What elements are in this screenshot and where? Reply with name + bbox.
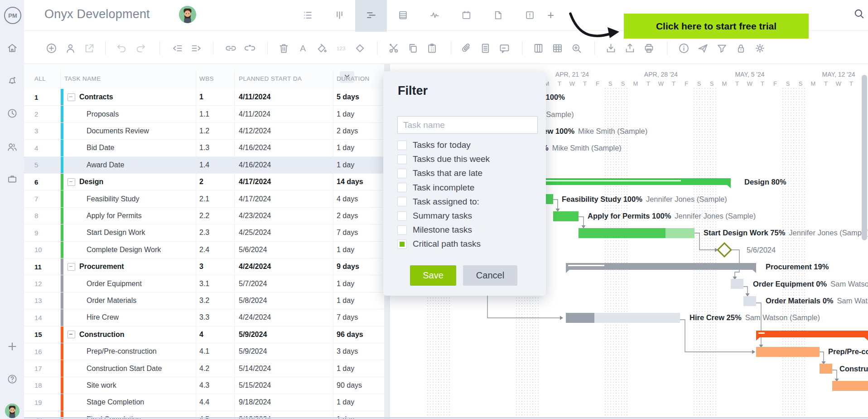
col-header-duration[interactable]: DURATION <box>337 75 370 82</box>
task-name-filter-input[interactable] <box>397 116 538 134</box>
table-row[interactable]: 3Documents Review1.24/12/20242 days <box>24 123 384 140</box>
table-row[interactable]: 11Procurement34/24/20249 days <box>24 258 384 275</box>
planned-start-cell[interactable]: 5/15/2024 <box>234 377 333 394</box>
planned-start-cell[interactable]: 5/14/2024 <box>234 360 333 376</box>
task-bar[interactable] <box>731 279 743 289</box>
info-icon[interactable] <box>678 42 690 54</box>
wbs-cell[interactable]: 1.3 <box>196 140 234 156</box>
wbs-cell[interactable]: 1.1 <box>196 106 234 122</box>
table-row[interactable]: 8Apply for Permits2.24/23/20242 days <box>24 208 384 224</box>
wbs-cell[interactable]: 1.4 <box>196 157 234 173</box>
add-view-button[interactable]: + <box>547 8 554 22</box>
task-name-cell[interactable]: Prep/Pre-construction <box>60 343 196 360</box>
table-row[interactable]: 19Stage Completion4.49/18/20241 day <box>24 394 384 411</box>
wbs-cell[interactable]: 2.2 <box>196 208 234 224</box>
fill-color-icon[interactable] <box>316 42 328 54</box>
planned-start-cell[interactable]: 4/23/2024 <box>234 208 333 224</box>
search-icon[interactable] <box>853 8 865 19</box>
duration-cell[interactable]: 1 day <box>333 394 384 410</box>
wbs-cell[interactable]: 2 <box>196 174 234 190</box>
numbers-icon[interactable]: 123 <box>335 42 347 54</box>
task-name-cell[interactable]: Bid Date <box>60 140 196 156</box>
duration-cell[interactable]: 1 day <box>333 360 384 376</box>
wbs-cell[interactable]: 4 <box>196 326 234 343</box>
copy-icon[interactable] <box>407 42 419 54</box>
planned-start-cell[interactable]: 5/9/2024 <box>234 343 333 360</box>
sidebar-portfolio-icon[interactable] <box>6 173 18 185</box>
sidebar-help-icon[interactable] <box>6 373 18 385</box>
task-bar[interactable] <box>743 296 756 306</box>
duration-cell[interactable]: 1 day <box>333 106 384 122</box>
sidebar-recent-icon[interactable] <box>6 107 18 119</box>
planned-start-cell[interactable]: 5/9/2024 <box>234 326 333 343</box>
filter-option[interactable]: Critical path tasks <box>397 238 481 250</box>
planned-start-cell[interactable]: 4/17/2024 <box>234 190 333 207</box>
planned-start-cell[interactable]: 5/7/2024 <box>234 275 333 292</box>
task-name-cell[interactable]: Procurement <box>60 258 196 275</box>
table-row[interactable]: 6Design24/17/202414 days <box>24 174 384 190</box>
gantt-vertical-scrollbar[interactable] <box>862 75 867 240</box>
project-owner-avatar[interactable] <box>179 6 196 23</box>
unlink-icon[interactable] <box>244 42 256 54</box>
collapse-icon[interactable] <box>68 93 75 101</box>
task-name-cell[interactable]: Documents Review <box>60 123 196 139</box>
task-name-cell[interactable]: Site work <box>60 377 196 394</box>
wbs-cell[interactable]: 1.2 <box>196 123 234 139</box>
filter-option[interactable]: Tasks that are late <box>397 167 482 179</box>
filter-option[interactable]: Task incomplete <box>397 182 474 194</box>
planned-start-cell[interactable]: 4/25/2024 <box>234 224 333 241</box>
duration-cell[interactable]: 1 day <box>333 157 384 173</box>
tab-list-view[interactable] <box>292 0 323 32</box>
export-icon[interactable] <box>624 42 636 54</box>
share-icon[interactable] <box>83 42 96 54</box>
filter-option[interactable]: Tasks due this week <box>397 153 490 165</box>
tab-calendar-view[interactable] <box>450 0 482 32</box>
font-color-icon[interactable]: A <box>297 42 309 54</box>
duration-cell[interactable]: 14 days <box>333 174 384 190</box>
task-bar[interactable] <box>832 381 868 391</box>
milestone-icon[interactable] <box>354 42 366 54</box>
duration-cell[interactable]: 3 days <box>333 343 384 360</box>
table-row[interactable]: 10Complete Design Work2.45/6/20241 day <box>24 242 384 258</box>
planned-start-cell[interactable]: 4/24/2024 <box>234 309 333 326</box>
checkbox[interactable] <box>397 211 407 221</box>
task-name-cell[interactable]: Apply for Permits <box>60 208 196 224</box>
duration-cell[interactable]: 90 days <box>333 377 384 394</box>
checkbox-checked[interactable] <box>397 239 407 249</box>
duration-cell[interactable]: 1 day <box>333 140 384 156</box>
task-name-cell[interactable]: Stage Completion <box>60 394 196 410</box>
link-icon[interactable] <box>225 42 237 54</box>
wbs-cell[interactable]: 3.1 <box>196 275 234 292</box>
duration-cell[interactable]: 1 day <box>333 275 384 292</box>
wbs-cell[interactable]: 2.3 <box>196 224 234 241</box>
columns-icon[interactable] <box>532 42 545 54</box>
table-row[interactable]: 16Prep/Pre-construction4.15/9/20243 days <box>24 343 384 360</box>
filter-option[interactable]: Task assigned to: <box>397 196 479 208</box>
task-name-cell[interactable]: Order Materials <box>60 292 196 309</box>
wbs-cell[interactable]: 4.4 <box>196 394 234 410</box>
collapse-icon[interactable] <box>68 178 75 186</box>
import-icon[interactable] <box>605 42 617 54</box>
tab-sheet-view[interactable] <box>387 0 419 32</box>
duration-cell[interactable]: 4 days <box>333 190 384 207</box>
duration-cell[interactable]: 96 days <box>333 326 384 343</box>
planned-start-cell[interactable]: 4/17/2024 <box>234 174 333 190</box>
grid-icon[interactable] <box>551 42 564 54</box>
redo-icon[interactable] <box>135 42 147 54</box>
table-row[interactable]: 4Bid Date1.34/16/20241 day <box>24 140 384 156</box>
duration-cell[interactable]: 2 days <box>333 208 384 224</box>
table-row[interactable]: 12Order Equipment3.15/7/20241 day <box>24 275 384 292</box>
sidebar-notifications-icon[interactable] <box>6 74 18 86</box>
table-row[interactable]: 9Start Design Work2.34/25/20247 days <box>24 224 384 241</box>
wbs-cell[interactable]: 1 <box>196 89 234 105</box>
wbs-cell[interactable]: 3 <box>196 258 234 275</box>
planned-start-cell[interactable]: 4/11/2024 <box>234 89 333 105</box>
col-header-task-name[interactable]: TASK NAME <box>64 75 101 82</box>
planned-start-cell[interactable]: 4/16/2024 <box>234 157 333 173</box>
filter-option[interactable]: Milestone tasks <box>397 224 472 236</box>
sidebar-add-icon[interactable] <box>6 341 18 352</box>
collapse-icon[interactable] <box>68 331 75 338</box>
table-row[interactable]: 17Construction Start Date4.25/14/20241 d… <box>24 360 384 377</box>
table-row[interactable]: 5Award Date1.44/16/20241 day <box>24 157 384 174</box>
collapse-icon[interactable] <box>68 263 75 271</box>
